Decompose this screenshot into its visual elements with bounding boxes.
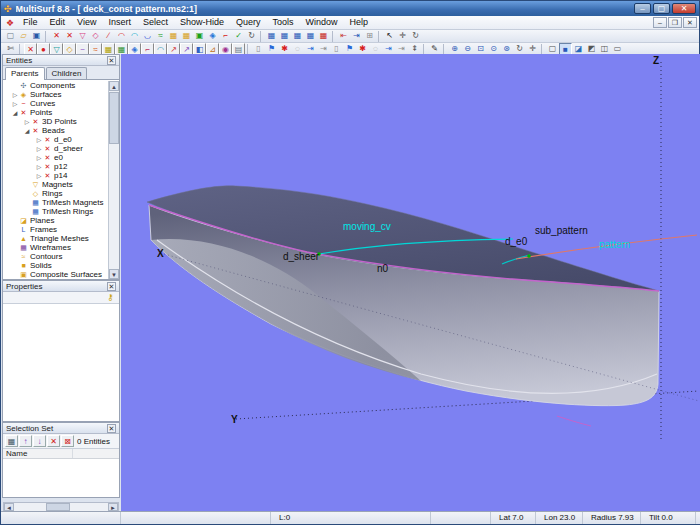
child-close-button[interactable]: ✕ — [683, 17, 697, 28]
separator[interactable] — [260, 31, 263, 42]
scroll-up-icon[interactable]: ▲ — [109, 81, 119, 91]
tree-item-wireframes[interactable]: ▦ Wireframes — [3, 243, 108, 252]
refresh-icon[interactable]: ↻ — [245, 30, 258, 42]
insert-ccurve-icon[interactable]: ◡ — [141, 30, 154, 42]
check-model-icon[interactable]: ✓ — [232, 30, 245, 42]
tree-expander-icon[interactable]: ◢ — [11, 109, 19, 116]
selection-list[interactable] — [3, 459, 119, 485]
tab-parents[interactable]: Parents — [5, 67, 45, 80]
tree-item-contours[interactable]: ≈ Contours — [3, 252, 108, 261]
menu-edit[interactable]: Edit — [44, 16, 72, 29]
menu-select[interactable]: Select — [137, 16, 174, 29]
tree-expander-icon[interactable]: ▷ — [35, 172, 43, 179]
tree-item-planes[interactable]: ◪ Planes — [3, 216, 108, 225]
view-window-2-icon[interactable]: ▦ — [278, 30, 291, 42]
move-down-icon[interactable]: ↓ — [33, 435, 46, 447]
view-window-1-icon[interactable]: ▦ — [265, 30, 278, 42]
tree-expander-icon[interactable]: ◢ — [23, 127, 31, 134]
separator[interactable] — [541, 44, 544, 55]
tree-item-points[interactable]: ◢ ✕ Points — [3, 108, 108, 117]
separator[interactable] — [378, 31, 381, 42]
insert-surface-icon[interactable]: ▦ — [167, 30, 180, 42]
tree-item-p12[interactable]: ▷ ✕ p12 — [3, 162, 108, 171]
tree-expander-icon[interactable]: ▷ — [35, 154, 43, 161]
remove-icon[interactable]: ✕ — [47, 435, 60, 447]
tree-expander-icon[interactable]: ▷ — [35, 145, 43, 152]
maximize-button[interactable]: ▢ — [653, 3, 670, 14]
insert-bead-icon[interactable]: ✕ — [63, 30, 76, 42]
menu-window[interactable]: Window — [300, 16, 344, 29]
insert-frame-icon[interactable]: ⌐ — [219, 30, 232, 42]
menu-help[interactable]: Help — [344, 16, 375, 29]
probe-icon[interactable]: ↻ — [409, 30, 422, 42]
view-window-4-icon[interactable]: ▦ — [304, 30, 317, 42]
tree-expander-icon[interactable]: ▷ — [35, 163, 43, 170]
menu-insert[interactable]: Insert — [102, 16, 137, 29]
menu-file[interactable]: File — [17, 16, 44, 29]
tree-expander-icon[interactable]: ▷ — [11, 91, 19, 98]
minimize-button[interactable]: ‒ — [634, 3, 651, 14]
view-window-red-icon[interactable]: ▦ — [317, 30, 330, 42]
query-icon[interactable]: ✛ — [396, 30, 409, 42]
menu-tools[interactable]: Tools — [267, 16, 300, 29]
insert-bcurve-icon[interactable]: ◠ — [128, 30, 141, 42]
tree-item-components[interactable]: ✣ Components — [3, 81, 108, 90]
scroll-thumb[interactable] — [46, 503, 70, 511]
insert-arc-icon[interactable]: ◠ — [115, 30, 128, 42]
tree-item-p14[interactable]: ▷ ✕ p14 — [3, 171, 108, 180]
tree-item-d-sheer[interactable]: ▷ ✕ d_sheer — [3, 144, 108, 153]
properties-close-icon[interactable]: ✕ — [107, 282, 116, 291]
view-window-3-icon[interactable]: ▦ — [291, 30, 304, 42]
entities-scrollbar[interactable]: ▲ ▼ — [108, 81, 119, 279]
selection-grid-icon[interactable]: ▦ — [5, 435, 18, 447]
menu-query[interactable]: Query — [230, 16, 267, 29]
name-column-header[interactable]: Name — [3, 449, 73, 458]
insert-point-icon[interactable]: ✕ — [50, 30, 63, 42]
scroll-thumb[interactable] — [109, 92, 119, 144]
entities-close-icon[interactable]: ✕ — [107, 56, 116, 65]
remove-all-icon[interactable]: ⊠ — [61, 435, 74, 447]
separator[interactable] — [19, 44, 22, 55]
d-e0-point[interactable] — [527, 254, 531, 258]
open-folder-icon[interactable]: ▱ — [17, 30, 30, 42]
new-file-icon[interactable]: ▢ — [4, 30, 17, 42]
scroll-down-icon[interactable]: ▼ — [109, 269, 119, 279]
insert-ring-icon[interactable]: ◇ — [89, 30, 102, 42]
tree-item-rings[interactable]: ◇ Rings — [3, 189, 108, 198]
insert-plane-icon[interactable]: ◈ — [206, 30, 219, 42]
scroll-track[interactable] — [14, 503, 108, 511]
insert-line-icon[interactable]: ∕ — [102, 30, 115, 42]
separator[interactable] — [443, 44, 446, 55]
separator[interactable] — [45, 31, 48, 42]
tree-item-magnets[interactable]: ▽ Magnets — [3, 180, 108, 189]
move-right-icon[interactable]: ⇥ — [350, 30, 363, 42]
tree-expander-icon[interactable]: ▷ — [11, 100, 19, 107]
child-minimize-button[interactable]: ‒ — [653, 17, 667, 28]
viewport-3d[interactable]: Z X Y d_sheer n0 moving_cv d_e0 sub_patt… — [121, 54, 700, 513]
child-restore-button[interactable]: ❐ — [668, 17, 682, 28]
tab-children[interactable]: Children — [46, 67, 88, 79]
menu-show-hide[interactable]: Show-Hide — [174, 16, 230, 29]
tree-item-composite-surfaces[interactable]: ▣ Composite Surfaces — [3, 270, 108, 279]
move-up-icon[interactable]: ↑ — [19, 435, 32, 447]
insert-solid-icon[interactable]: ▣ — [193, 30, 206, 42]
separator[interactable] — [332, 31, 335, 42]
scroll-right-icon[interactable]: ► — [108, 503, 118, 511]
tree-item-d-e0[interactable]: ▷ ✕ d_e0 — [3, 135, 108, 144]
tree-item-curves[interactable]: ▷ ~ Curves — [3, 99, 108, 108]
insert-magnet-icon[interactable]: ▽ — [76, 30, 89, 42]
tree-expander-icon[interactable]: ▷ — [23, 118, 31, 125]
select-pointer-icon[interactable]: ↖ — [383, 30, 396, 42]
key-icon[interactable]: ⚷ — [104, 292, 117, 304]
tree-item-trimesh-magnets[interactable]: ▦ TriMesh Magnets — [3, 198, 108, 207]
move-left-icon[interactable]: ⇤ — [337, 30, 350, 42]
insert-snake-icon[interactable]: ≈ — [154, 30, 167, 42]
insert-trimesh-icon[interactable]: ▦ — [180, 30, 193, 42]
tree-item-surfaces[interactable]: ▷ ◈ Surfaces — [3, 90, 108, 99]
separator[interactable] — [247, 44, 250, 55]
save-icon[interactable]: ▣ — [30, 30, 43, 42]
scroll-left-icon[interactable]: ◄ — [4, 503, 14, 511]
tree-item-3d-points[interactable]: ▷ ✕ 3D Points — [3, 117, 108, 126]
separator[interactable] — [423, 44, 426, 55]
tree-item-beads[interactable]: ◢ ✕ Beads — [3, 126, 108, 135]
